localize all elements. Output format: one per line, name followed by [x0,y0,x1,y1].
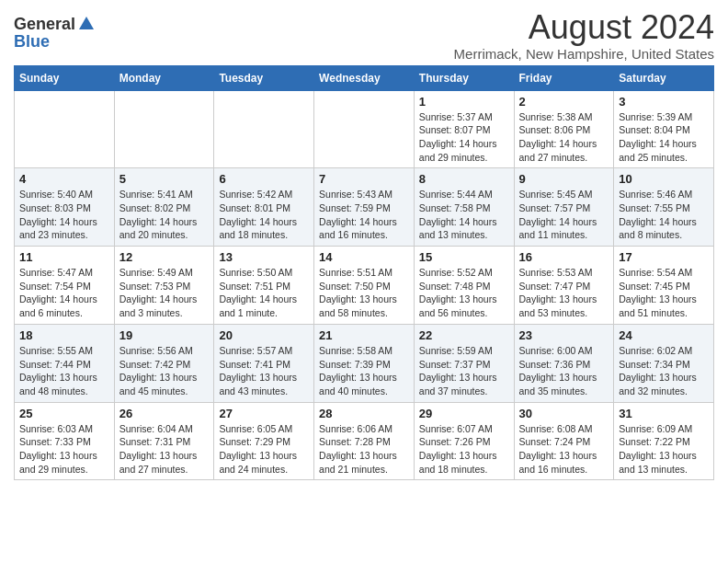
day-number: 10 [619,172,709,186]
day-number: 25 [19,407,109,420]
day-info: Sunrise: 5:57 AM Sunset: 7:41 PM Dayligh… [219,344,309,398]
day-number: 29 [419,407,509,420]
calendar-cell: 3Sunrise: 5:39 AM Sunset: 8:04 PM Daylig… [614,90,714,168]
day-number: 30 [519,407,609,420]
column-header-sunday: Sunday [15,65,115,90]
calendar-cell [314,90,415,168]
day-number: 3 [619,95,709,109]
calendar-cell: 20Sunrise: 5:57 AM Sunset: 7:41 PM Dayli… [214,324,314,402]
day-info: Sunrise: 6:07 AM Sunset: 7:26 PM Dayligh… [419,422,509,477]
day-info: Sunrise: 5:41 AM Sunset: 8:02 PM Dayligh… [119,188,210,242]
day-info: Sunrise: 6:04 AM Sunset: 7:31 PM Dayligh… [119,422,210,477]
day-number: 1 [419,95,509,109]
calendar-cell: 26Sunrise: 6:04 AM Sunset: 7:31 PM Dayli… [114,402,214,480]
svg-marker-0 [79,17,94,29]
column-header-wednesday: Wednesday [314,65,415,90]
calendar-cell [114,90,214,168]
calendar-cell [214,90,314,168]
calendar-week-row: 4Sunrise: 5:40 AM Sunset: 8:03 PM Daylig… [15,168,714,247]
column-header-friday: Friday [514,65,614,90]
day-info: Sunrise: 5:37 AM Sunset: 8:07 PM Dayligh… [419,110,509,165]
day-info: Sunrise: 5:46 AM Sunset: 7:55 PM Dayligh… [619,188,709,242]
day-number: 19 [119,328,210,342]
day-number: 6 [219,172,309,186]
calendar-cell: 25Sunrise: 6:03 AM Sunset: 7:33 PM Dayli… [15,402,115,480]
day-number: 18 [19,328,109,342]
day-info: Sunrise: 5:39 AM Sunset: 8:04 PM Dayligh… [619,110,709,165]
calendar-week-row: 18Sunrise: 5:55 AM Sunset: 7:44 PM Dayli… [15,324,714,402]
day-number: 12 [119,250,210,264]
column-header-thursday: Thursday [414,65,514,90]
calendar-cell: 1Sunrise: 5:37 AM Sunset: 8:07 PM Daylig… [414,90,514,168]
calendar-cell: 19Sunrise: 5:56 AM Sunset: 7:42 PM Dayli… [114,324,214,402]
calendar-cell: 2Sunrise: 5:38 AM Sunset: 8:06 PM Daylig… [514,90,614,168]
day-number: 28 [319,407,409,420]
main-title: August 2024 [454,9,714,46]
calendar-cell [15,90,115,168]
day-number: 27 [219,407,309,420]
day-info: Sunrise: 5:44 AM Sunset: 7:58 PM Dayligh… [419,188,509,242]
day-number: 11 [19,250,109,264]
day-number: 4 [19,172,109,186]
page-header: General Blue August 2024 Merrimack, New … [14,9,714,62]
calendar-cell: 11Sunrise: 5:47 AM Sunset: 7:54 PM Dayli… [15,247,115,325]
day-number: 22 [419,328,509,342]
day-number: 8 [419,172,509,186]
calendar-cell: 4Sunrise: 5:40 AM Sunset: 8:03 PM Daylig… [15,168,115,247]
calendar-cell: 29Sunrise: 6:07 AM Sunset: 7:26 PM Dayli… [414,402,514,480]
day-info: Sunrise: 5:42 AM Sunset: 8:01 PM Dayligh… [219,188,309,242]
day-number: 5 [119,172,210,186]
day-number: 7 [319,172,409,186]
day-number: 17 [619,250,709,264]
calendar-week-row: 1Sunrise: 5:37 AM Sunset: 8:07 PM Daylig… [15,90,714,168]
day-info: Sunrise: 5:52 AM Sunset: 7:48 PM Dayligh… [419,266,509,320]
calendar-cell: 30Sunrise: 6:08 AM Sunset: 7:24 PM Dayli… [514,402,614,480]
calendar-cell: 7Sunrise: 5:43 AM Sunset: 7:59 PM Daylig… [314,168,415,247]
day-info: Sunrise: 6:03 AM Sunset: 7:33 PM Dayligh… [19,422,109,477]
day-info: Sunrise: 6:06 AM Sunset: 7:28 PM Dayligh… [319,422,409,477]
calendar-table: SundayMondayTuesdayWednesdayThursdayFrid… [14,65,714,481]
day-info: Sunrise: 5:40 AM Sunset: 8:03 PM Dayligh… [19,188,109,242]
calendar-cell: 14Sunrise: 5:51 AM Sunset: 7:50 PM Dayli… [314,247,415,325]
day-info: Sunrise: 5:51 AM Sunset: 7:50 PM Dayligh… [319,266,409,320]
day-info: Sunrise: 6:09 AM Sunset: 7:22 PM Dayligh… [619,422,709,477]
calendar-cell: 17Sunrise: 5:54 AM Sunset: 7:45 PM Dayli… [614,247,714,325]
day-number: 15 [419,250,509,264]
calendar-cell: 31Sunrise: 6:09 AM Sunset: 7:22 PM Dayli… [614,402,714,480]
day-number: 26 [119,407,210,420]
day-info: Sunrise: 5:38 AM Sunset: 8:06 PM Dayligh… [519,110,609,165]
calendar-cell: 13Sunrise: 5:50 AM Sunset: 7:51 PM Dayli… [214,247,314,325]
day-number: 20 [219,328,309,342]
calendar-cell: 15Sunrise: 5:52 AM Sunset: 7:48 PM Dayli… [414,247,514,325]
day-info: Sunrise: 5:49 AM Sunset: 7:53 PM Dayligh… [119,266,210,320]
day-number: 21 [319,328,409,342]
calendar-cell: 28Sunrise: 6:06 AM Sunset: 7:28 PM Dayli… [314,402,415,480]
day-info: Sunrise: 6:02 AM Sunset: 7:34 PM Dayligh… [619,344,709,398]
logo-icon [77,15,96,33]
day-number: 2 [519,95,609,109]
day-info: Sunrise: 5:59 AM Sunset: 7:37 PM Dayligh… [419,344,509,398]
calendar-cell: 23Sunrise: 6:00 AM Sunset: 7:36 PM Dayli… [514,324,614,402]
column-header-tuesday: Tuesday [214,65,314,90]
day-info: Sunrise: 5:55 AM Sunset: 7:44 PM Dayligh… [19,344,109,398]
day-number: 23 [519,328,609,342]
day-number: 31 [619,407,709,420]
calendar-cell: 9Sunrise: 5:45 AM Sunset: 7:57 PM Daylig… [514,168,614,247]
day-info: Sunrise: 5:54 AM Sunset: 7:45 PM Dayligh… [619,266,709,320]
calendar-header-row: SundayMondayTuesdayWednesdayThursdayFrid… [15,65,714,90]
day-info: Sunrise: 5:45 AM Sunset: 7:57 PM Dayligh… [519,188,609,242]
day-info: Sunrise: 5:43 AM Sunset: 7:59 PM Dayligh… [319,188,409,242]
calendar-cell: 12Sunrise: 5:49 AM Sunset: 7:53 PM Dayli… [114,247,214,325]
logo-general-text: General [14,16,75,32]
title-area: August 2024 Merrimack, New Hampshire, Un… [454,9,714,62]
calendar-cell: 8Sunrise: 5:44 AM Sunset: 7:58 PM Daylig… [414,168,514,247]
calendar-cell: 5Sunrise: 5:41 AM Sunset: 8:02 PM Daylig… [114,168,214,247]
column-header-saturday: Saturday [614,65,714,90]
subtitle: Merrimack, New Hampshire, United States [454,46,714,62]
day-info: Sunrise: 6:00 AM Sunset: 7:36 PM Dayligh… [519,344,609,398]
calendar-cell: 18Sunrise: 5:55 AM Sunset: 7:44 PM Dayli… [15,324,115,402]
day-info: Sunrise: 5:47 AM Sunset: 7:54 PM Dayligh… [19,266,109,320]
calendar-cell: 10Sunrise: 5:46 AM Sunset: 7:55 PM Dayli… [614,168,714,247]
day-number: 24 [619,328,709,342]
column-header-monday: Monday [114,65,214,90]
